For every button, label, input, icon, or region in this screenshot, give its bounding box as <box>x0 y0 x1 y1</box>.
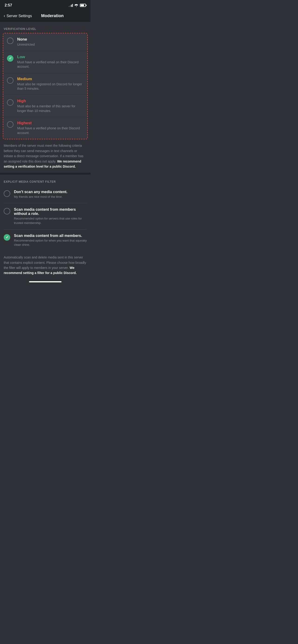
radio-high <box>7 99 14 106</box>
option-text-high: High Must also be a member of this serve… <box>17 99 84 113</box>
verification-option-none[interactable]: None Unrestricted <box>3 34 87 51</box>
verification-option-high[interactable]: High Must also be a member of this serve… <box>3 95 87 117</box>
back-button[interactable]: ‹ Server Settings <box>4 14 32 18</box>
verification-options-box: None Unrestricted ✓ Low Must have a veri… <box>3 33 88 139</box>
signal-icon <box>69 4 73 7</box>
status-icons <box>69 4 86 7</box>
back-label: Server Settings <box>7 14 32 18</box>
verification-info-text: Members of the server must meet the foll… <box>0 139 91 173</box>
filter-section-label: EXPLICIT MEDIA CONTENT FILTER <box>0 174 91 186</box>
option-title-none: None <box>17 37 84 42</box>
radio-scan-all: ✓ <box>4 234 10 241</box>
option-desc-highest: Must have a verified phone on their Disc… <box>17 126 84 135</box>
option-desc-scan-all: Recommended option for when you want tha… <box>14 238 87 247</box>
option-desc-low: Must have a verified email on their Disc… <box>17 60 84 69</box>
status-time: 2:57 <box>5 3 12 8</box>
option-title-scan-all: Scan media content from all members. <box>14 234 87 238</box>
option-desc-no-role: Recommended option for servers that use … <box>14 216 87 225</box>
radio-dont-scan <box>4 190 10 197</box>
checkmark-scan-all: ✓ <box>6 236 9 239</box>
main-content: VERIFICATION LEVEL None Unrestricted ✓ L… <box>0 22 91 279</box>
page-title: Moderation <box>32 14 73 18</box>
option-desc-medium: Must also be registered on Discord for l… <box>17 82 84 91</box>
option-text-dont-scan: Don't scan any media content. My friends… <box>14 190 87 199</box>
radio-none <box>7 38 14 44</box>
option-text-medium: Medium Must also be registered on Discor… <box>17 77 84 91</box>
verification-option-highest[interactable]: Highest Must have a verified phone on th… <box>3 117 87 139</box>
option-text-no-role: Scan media content from members without … <box>14 208 87 225</box>
option-desc-none: Unrestricted <box>17 42 84 47</box>
option-text-none: None Unrestricted <box>17 37 84 47</box>
verification-section-label: VERIFICATION LEVEL <box>0 22 91 33</box>
option-title-dont-scan: Don't scan any media content. <box>14 190 87 194</box>
option-title-medium: Medium <box>17 77 84 81</box>
back-chevron-icon: ‹ <box>4 14 5 18</box>
option-title-no-role: Scan media content from members without … <box>14 208 87 216</box>
option-title-high: High <box>17 99 84 104</box>
home-bar <box>29 281 62 282</box>
option-desc-high: Must also be a member of this server for… <box>17 104 84 113</box>
radio-highest <box>7 121 14 128</box>
verification-option-low[interactable]: ✓ Low Must have a verified email on thei… <box>3 51 87 73</box>
option-text-scan-all: Scan media content from all members. Rec… <box>14 234 87 247</box>
radio-medium <box>7 77 14 84</box>
home-indicator <box>0 279 91 286</box>
filter-option-dont-scan[interactable]: Don't scan any media content. My friends… <box>4 186 87 203</box>
filter-info-text: Automatically scan and delete media sent… <box>0 251 91 279</box>
status-bar: 2:57 <box>0 0 91 10</box>
section-divider <box>0 173 91 174</box>
option-text-low: Low Must have a verified email on their … <box>17 55 84 69</box>
nav-header: ‹ Server Settings Moderation <box>0 10 91 22</box>
filter-option-all[interactable]: ✓ Scan media content from all members. R… <box>4 230 87 251</box>
option-text-highest: Highest Must have a verified phone on th… <box>17 121 84 135</box>
option-title-low: Low <box>17 55 84 59</box>
wifi-icon <box>74 4 79 7</box>
checkmark-low: ✓ <box>9 56 12 60</box>
radio-no-role <box>4 208 10 214</box>
verification-option-medium[interactable]: Medium Must also be registered on Discor… <box>3 73 87 95</box>
option-title-highest: Highest <box>17 121 84 126</box>
filter-options-list: Don't scan any media content. My friends… <box>0 186 91 251</box>
option-desc-dont-scan: My friends are nice most of the time. <box>14 195 87 199</box>
filter-option-no-role[interactable]: Scan media content from members without … <box>4 203 87 229</box>
battery-icon <box>80 4 86 7</box>
radio-low: ✓ <box>7 55 14 62</box>
